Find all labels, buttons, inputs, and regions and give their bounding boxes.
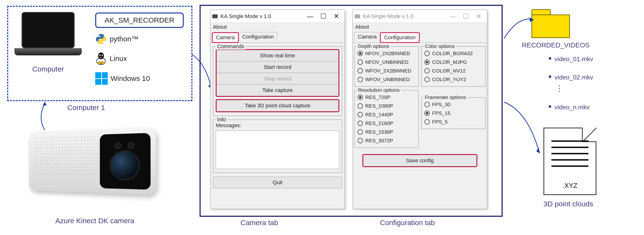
minimize-button[interactable]: — (304, 13, 317, 20)
video-item-n: video_n.mkv (548, 101, 590, 112)
radio-label: WFOV_2X2BINNED (365, 68, 411, 74)
radio-fps-0[interactable]: FPS_30 (424, 100, 483, 109)
xyz-caption: 3D point clouds (544, 200, 593, 208)
radio-label: COLOR_YUY2 (432, 77, 466, 82)
video-item-1: video_01.mkv (548, 53, 593, 64)
tech-windows: Windows 10 (95, 72, 150, 85)
window-camera-tab: KA Single Mode v 1.0 — ☐ ✕ About Camera … (210, 10, 345, 209)
close-button[interactable]: ✕ (330, 12, 343, 20)
radio-fps-2[interactable]: FPS_5 (424, 118, 483, 126)
radio-icon (424, 60, 430, 65)
python-icon (95, 33, 107, 45)
radio-res-1[interactable]: RES_1080P (357, 102, 416, 110)
radio-res-0[interactable]: RES_720P (357, 93, 416, 102)
radio-color-2[interactable]: COLOR_NV12 (424, 67, 483, 75)
tech-python-label: python™ (110, 35, 138, 43)
arrow-windows-to-folder (503, 15, 534, 41)
svg-marker-6 (43, 102, 47, 105)
color-options-group: Color options COLOR_BGRA32 COLOR_MJPG CO… (421, 46, 486, 87)
tab-configuration[interactable]: Configuration (380, 32, 420, 43)
radio-icon (424, 111, 430, 116)
resolution-options-group: Resolution options RES_720P RES_1080P RE… (354, 90, 419, 148)
minimize-button[interactable]: — (446, 13, 459, 20)
radio-res-4[interactable]: RES_1536P (357, 128, 416, 136)
commands-title: Commands (216, 43, 246, 50)
folder-icon (532, 9, 570, 38)
radio-res-3[interactable]: RES_2160P (357, 119, 416, 128)
radio-label: RES_720P (365, 94, 390, 100)
radio-res-5[interactable]: RES_3072P (357, 136, 416, 145)
window-title: KA Single Mode v 1.0 (220, 13, 304, 20)
menu-about[interactable]: About (353, 23, 487, 31)
radio-icon (358, 121, 363, 126)
btn-take-3d[interactable]: Take 3D point cloud capture (216, 100, 338, 111)
btn-show-real-time[interactable]: Show real time (216, 50, 338, 61)
radio-label: COLOR_MJPG (432, 59, 467, 65)
depth-title: Depth options (357, 43, 391, 49)
radio-label: FPS_15 (432, 110, 450, 116)
radio-label: NFOV_UNBINNED (365, 59, 408, 65)
windows-icon (95, 72, 108, 85)
btn-start-record[interactable]: Start record (216, 61, 338, 73)
radio-color-1[interactable]: COLOR_MJPG (424, 58, 483, 67)
recorded-videos-label: RECORDED_VIDEOS (522, 41, 590, 49)
messages-textarea[interactable] (216, 130, 339, 169)
radio-color-0[interactable]: COLOR_BGRA32 (424, 49, 483, 58)
radio-depth-0[interactable]: NFOV_2X2BINNED (357, 49, 416, 58)
svg-marker-9 (536, 148, 540, 154)
close-button[interactable]: ✕ (472, 12, 485, 20)
radio-depth-2[interactable]: WFOV_2X2BINNED (357, 67, 416, 75)
arrow-windows-to-xyz (503, 101, 544, 154)
window-configuration-tab: KA Single Mode v 1.0 — ☐ ✕ About Camera … (352, 10, 487, 209)
radio-icon (358, 112, 363, 117)
maximize-button[interactable]: ☐ (459, 12, 472, 20)
radio-depth-1[interactable]: NFOV_UNBINNED (357, 58, 416, 67)
titlebar: KA Single Mode v 1.0 — ☐ ✕ (210, 10, 344, 23)
commands-group: Commands Show real time Start record Sto… (213, 46, 342, 116)
menu-about[interactable]: About (210, 23, 344, 31)
btn-take-capture[interactable]: Take capture (216, 85, 338, 96)
app-name-box: AK_SM_RECORDER (95, 13, 184, 28)
depth-options-group: Depth options NFOV_2X2BINNED NFOV_UNBINN… (354, 46, 419, 87)
tab-camera[interactable]: Camera (354, 32, 380, 43)
radio-label: RES_1440P (365, 112, 393, 118)
tech-linux-label: Linux (110, 54, 127, 63)
tab-configuration[interactable]: Configuration (238, 32, 277, 43)
linux-icon (95, 52, 107, 65)
radio-label: RES_3072P (365, 138, 393, 143)
radio-label: FPS_5 (432, 119, 448, 125)
svg-point-5 (102, 55, 103, 56)
video-ellipsis: ⋮ (556, 84, 563, 93)
tab-camera[interactable]: Camera (212, 32, 239, 43)
tech-windows-label: Windows 10 (110, 74, 150, 83)
radio-icon (358, 129, 363, 135)
btn-save-config[interactable]: Save config (363, 155, 477, 166)
btn-stop-record[interactable]: Stop record (216, 73, 338, 85)
radio-color-3[interactable]: COLOR_YUY2 (424, 75, 483, 84)
camera-tab-caption: Camera tab (240, 219, 278, 227)
config-tab-caption: Configuration tab (380, 219, 435, 227)
radio-label: COLOR_NV12 (432, 68, 466, 74)
laptop-icon (14, 12, 83, 60)
radio-icon (358, 95, 363, 100)
radio-icon (358, 138, 363, 143)
camera-label: Azure Kinect DK camera (55, 217, 134, 225)
radio-icon (358, 60, 363, 65)
radio-label: COLOR_BGRA32 (432, 51, 473, 56)
radio-icon (424, 119, 430, 124)
radio-res-2[interactable]: RES_1440P (357, 110, 416, 119)
framerate-title: Framerate options (424, 94, 467, 100)
btn-quit[interactable]: Quit (213, 177, 342, 188)
radio-fps-1[interactable]: FPS_15 (424, 109, 483, 118)
svg-marker-8 (530, 17, 534, 22)
radio-icon (424, 68, 430, 73)
radio-icon (424, 51, 430, 56)
radio-icon (358, 68, 363, 73)
computer-label: Computer (24, 65, 72, 73)
radio-depth-3[interactable]: WFOV_UNBINNED (357, 75, 416, 84)
app-name-text: AK_SM_RECORDER (104, 16, 174, 24)
svg-point-4 (100, 55, 100, 56)
maximize-button[interactable]: ☐ (317, 12, 330, 20)
computer1-label: Computer 1 (67, 104, 105, 112)
app-icon (355, 15, 360, 18)
